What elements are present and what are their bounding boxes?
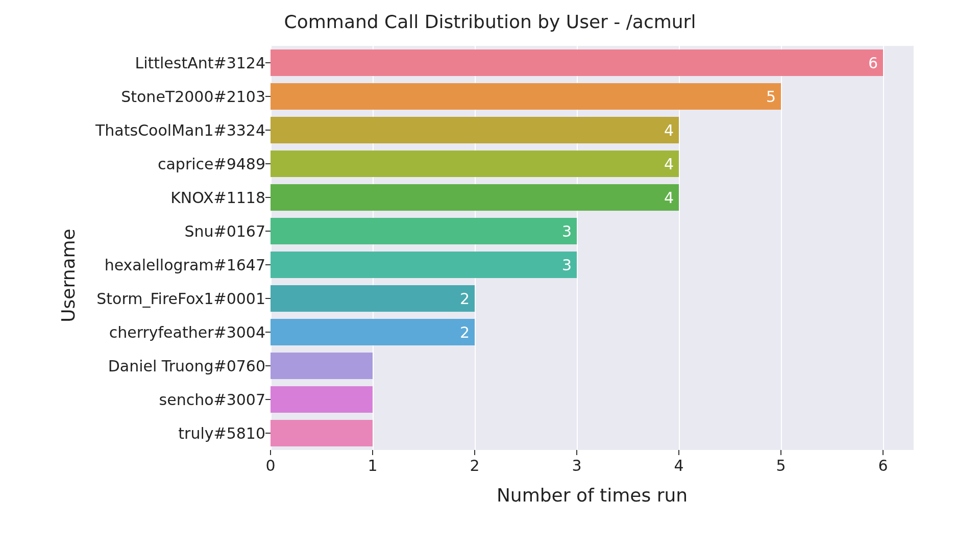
y-tick-label: LittlestAnt#3124 [135, 54, 265, 72]
bar [271, 285, 475, 312]
y-tick-label: KNOX#1118 [170, 189, 265, 207]
chart-container: Command Call Distribution by User - /acm… [0, 0, 980, 551]
y-tick-label: sencho#3007 [159, 391, 265, 409]
x-tick-mark [270, 450, 271, 455]
bar [271, 151, 679, 178]
bar-row: 6 [271, 49, 883, 77]
bar-row: 2 [271, 319, 475, 346]
bar-row: 5 [271, 83, 781, 110]
chart-title: Command Call Distribution by User - /acm… [0, 11, 980, 32]
x-tick-mark [576, 450, 577, 455]
gridline [781, 46, 782, 450]
y-tick-mark [265, 62, 271, 63]
bar-value-label: 4 [664, 121, 674, 139]
x-tick-mark [678, 450, 679, 455]
y-tick-mark [265, 163, 271, 164]
bar-value-label: 4 [664, 188, 674, 206]
y-tick-mark [265, 197, 271, 198]
y-tick-mark [265, 96, 271, 97]
x-tick-label: 5 [776, 457, 786, 474]
bar [271, 386, 373, 413]
x-tick-label: 3 [572, 457, 581, 474]
y-tick-label: caprice#9489 [158, 155, 265, 173]
x-tick-mark [883, 450, 884, 455]
x-tick-label: 0 [265, 457, 275, 474]
bar-row: 4 [271, 184, 679, 211]
y-tick-mark [265, 332, 271, 333]
y-tick-label: cherryfeather#3004 [109, 323, 265, 341]
x-tick-label: 6 [878, 457, 888, 474]
y-tick-label: truly#5810 [178, 424, 265, 442]
y-tick-label: ThatsCoolMan1#3324 [95, 121, 265, 139]
bar-value-label: 4 [664, 155, 674, 172]
bar-row [271, 386, 373, 413]
bar [271, 117, 679, 144]
bar [271, 49, 883, 77]
bar-row: 3 [271, 252, 577, 279]
bar-value-label: 2 [460, 323, 470, 341]
y-tick-label: StoneT2000#2103 [121, 88, 265, 106]
y-tick-mark [265, 365, 271, 366]
bar [271, 252, 577, 279]
bar [271, 319, 475, 346]
x-tick-label: 2 [470, 457, 479, 474]
y-tick-label: Snu#0167 [184, 222, 265, 240]
y-tick-label: hexalellogram#1647 [105, 256, 265, 274]
bar [271, 420, 373, 447]
bar-value-label: 5 [766, 87, 776, 105]
x-tick-mark [474, 450, 475, 455]
x-tick-label: 1 [368, 457, 377, 474]
bar-row: 2 [271, 285, 475, 312]
bar-row: 4 [271, 151, 679, 178]
y-tick-mark [265, 433, 271, 434]
bar-row [271, 420, 373, 447]
plot-area: 654443322 [271, 46, 914, 450]
y-axis-label: Username [58, 229, 79, 322]
bar-row: 3 [271, 218, 577, 245]
bar-value-label: 6 [868, 54, 878, 71]
bar-value-label: 3 [562, 256, 572, 273]
gridline [883, 46, 884, 450]
bar-row: 4 [271, 117, 679, 144]
bar [271, 184, 679, 211]
y-tick-mark [265, 231, 271, 232]
y-tick-label: Storm_FireFox1#0001 [96, 290, 265, 308]
bar [271, 83, 781, 110]
y-tick-mark [265, 130, 271, 131]
bar-row [271, 353, 373, 380]
bar-value-label: 3 [562, 222, 572, 240]
x-tick-label: 4 [674, 457, 683, 474]
y-tick-label: Daniel Truong#0760 [108, 357, 265, 375]
x-tick-mark [780, 450, 781, 455]
bar [271, 353, 373, 380]
x-axis-label: Number of times run [271, 485, 914, 506]
x-tick-mark [372, 450, 373, 455]
bar [271, 218, 577, 245]
y-tick-mark [265, 399, 271, 400]
bar-value-label: 2 [460, 289, 470, 307]
y-tick-mark [265, 298, 271, 299]
y-tick-mark [265, 264, 271, 265]
